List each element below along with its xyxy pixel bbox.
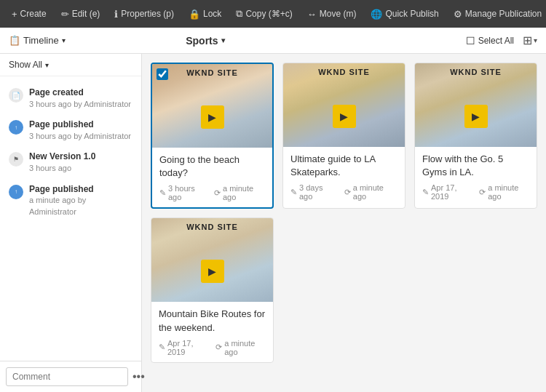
play-button[interactable]: ▶ [464, 105, 488, 128]
card-item[interactable]: WKND SITE ▶ Flow with the Go. 5 Gyms in … [414, 63, 537, 209]
main-area: Show All ▾ 📄 Page created 3 hours ago by… [0, 54, 546, 392]
card-modified: ⟳ a minute ago [215, 339, 266, 356]
wknd-label: WKND SITE [186, 68, 238, 77]
chevron-down-icon: ▾ [221, 36, 225, 44]
sync-icon: ⟳ [479, 188, 486, 197]
timeline-item: 📄 Page created 3 hours ago by Administra… [0, 82, 141, 114]
card-item[interactable]: WKND SITE ▶ Mountain Bike Routes for the… [151, 217, 274, 362]
card-body: Flow with the Go. 5 Gyms in LA. ✎ Apr 17… [415, 147, 537, 207]
timeline-items: 📄 Page created 3 hours ago by Administra… [0, 76, 141, 361]
timeline-item: ⚑ New Version 1.0 3 hours ago [0, 146, 141, 178]
pencil-icon: ✎ [159, 188, 166, 198]
create-button[interactable]: + Create [6, 6, 52, 23]
checkbox-icon: ☐ [466, 35, 475, 47]
pencil-icon: ✎ [290, 188, 297, 197]
timeline-sidebar: Show All ▾ 📄 Page created 3 hours ago by… [0, 54, 142, 392]
manage-publication-button[interactable]: ⚙ Manage Publication [448, 6, 546, 23]
content-area: New WKND SITE ▶ Going to the beach today… [142, 54, 546, 392]
card-thumbnail: WKND SITE ▶ [152, 64, 272, 148]
card-modified: ⟳ a minute ago [214, 184, 265, 201]
sync-icon: ⟳ [344, 188, 351, 197]
timeline-item: ↑ Page published 3 hours ago by Administ… [0, 114, 141, 146]
card-body: Mountain Bike Routes for the weekend. ✎ … [151, 302, 273, 361]
chevron-down-icon: ▾ [62, 36, 66, 44]
move-button[interactable]: ↔ Move (m) [301, 6, 363, 23]
card-body: Going to the beach today? ✎ 3 hours ago … [152, 148, 272, 207]
card-checkbox[interactable] [157, 68, 168, 80]
play-button[interactable]: ▶ [201, 105, 224, 129]
sports-category-button[interactable]: Sports ▾ [186, 35, 224, 47]
pencil-icon: ✏ [61, 9, 69, 20]
card-body: Ultimate guide to LA Skateparks. ✎ 3 day… [283, 147, 405, 207]
timeline-button[interactable]: 📋 Timeline ▾ [9, 35, 66, 46]
show-all-button[interactable]: Show All ▾ [0, 54, 141, 76]
card-created: ✎ 3 days ago [290, 183, 337, 201]
secondary-bar: 📋 Timeline ▾ Sports ▾ ☐ Select All ⊞ ▾ [0, 28, 546, 54]
card-title: Going to the beach today? [159, 153, 265, 180]
chevron-down-icon: ▾ [534, 36, 537, 44]
timeline-item: ↑ Page published a minute ago by Adminis… [0, 179, 141, 223]
plus-icon: + [12, 9, 17, 20]
wknd-label: WKND SITE [318, 68, 370, 76]
timeline-item-title: Page published [29, 119, 131, 131]
pencil-icon: ✎ [422, 188, 429, 197]
grid-icon: ⊞ [523, 33, 532, 47]
move-icon: ↔ [307, 9, 317, 20]
play-button[interactable]: ▶ [333, 105, 356, 128]
comment-bar: ••• [0, 361, 141, 392]
card-item[interactable]: New WKND SITE ▶ Going to the beach today… [151, 63, 274, 209]
pencil-icon: ✎ [159, 343, 165, 352]
gear-icon: ⚙ [454, 9, 462, 20]
new-version-icon: ⚑ [9, 152, 23, 167]
card-thumbnail: WKND SITE ▶ [415, 63, 537, 147]
right-controls: ☐ Select All ⊞ ▾ [466, 33, 537, 47]
timeline-item-meta: 3 hours ago by Administrator [29, 131, 131, 142]
sync-icon: ⟳ [215, 343, 222, 352]
wknd-label: WKND SITE [186, 223, 238, 231]
edit-button[interactable]: ✏ Edit (e) [55, 6, 106, 23]
card-meta: ✎ Apr 17, 2019 ⟳ a minute ago [422, 183, 529, 201]
wknd-label: WKND SITE [450, 68, 502, 76]
card-created: ✎ Apr 17, 2019 [422, 183, 472, 201]
card-image: WKND SITE ▶ [151, 218, 273, 302]
grid-view-button[interactable]: ⊞ ▾ [523, 33, 537, 47]
properties-button[interactable]: ℹ Properties (p) [108, 6, 180, 23]
card-meta: ✎ Apr 17, 2019 ⟳ a minute ago [159, 339, 266, 356]
timeline-item-meta: 3 hours ago [29, 163, 95, 174]
sync-icon: ⟳ [214, 188, 221, 198]
chevron-down-icon: ▾ [45, 61, 49, 69]
lock-button[interactable]: 🔒 Lock [183, 6, 227, 23]
copy-button[interactable]: ⧉ Copy (⌘+c) [230, 5, 298, 23]
page-published-2-icon: ↑ [9, 185, 23, 199]
card-image: WKND SITE ▶ [415, 63, 537, 147]
info-icon: ℹ [114, 9, 118, 20]
cards-grid: New WKND SITE ▶ Going to the beach today… [151, 63, 537, 209]
card-title: Flow with the Go. 5 Gyms in LA. [422, 153, 529, 179]
timeline-item-title: New Version 1.0 [29, 151, 95, 163]
timeline-item-title: Page published [29, 183, 132, 196]
card-created: ✎ 3 hours ago [159, 184, 207, 201]
card-image: WKND SITE ▶ [152, 64, 272, 148]
lock-icon: 🔒 [189, 9, 200, 20]
card-created: ✎ Apr 17, 2019 [159, 339, 208, 356]
card-image: WKND SITE ▶ [283, 63, 405, 147]
comment-input[interactable] [6, 367, 128, 386]
play-button[interactable]: ▶ [201, 260, 224, 283]
card-thumbnail: WKND SITE ▶ [283, 63, 405, 147]
copy-icon: ⧉ [236, 8, 242, 20]
page-published-icon: ↑ [9, 120, 23, 135]
cards-bottom-row: WKND SITE ▶ Mountain Bike Routes for the… [151, 217, 537, 362]
timeline-item-meta: 3 hours ago by Administrator [29, 99, 131, 110]
select-all-button[interactable]: ☐ Select All [466, 35, 514, 47]
card-title: Mountain Bike Routes for the weekend. [159, 308, 266, 334]
quick-publish-button[interactable]: 🌐 Quick Publish [365, 6, 444, 23]
main-toolbar: + Create ✏ Edit (e) ℹ Properties (p) 🔒 L… [0, 0, 546, 28]
timeline-icon: 📋 [9, 35, 20, 46]
timeline-item-title: Page created [29, 87, 131, 99]
card-modified: ⟳ a minute ago [479, 183, 529, 201]
card-thumbnail: WKND SITE ▶ [151, 218, 273, 302]
card-meta: ✎ 3 days ago ⟳ a minute ago [290, 183, 397, 201]
page-created-icon: 📄 [9, 88, 23, 103]
globe-icon: 🌐 [371, 9, 382, 20]
card-item[interactable]: WKND SITE ▶ Ultimate guide to LA Skatepa… [282, 63, 405, 209]
